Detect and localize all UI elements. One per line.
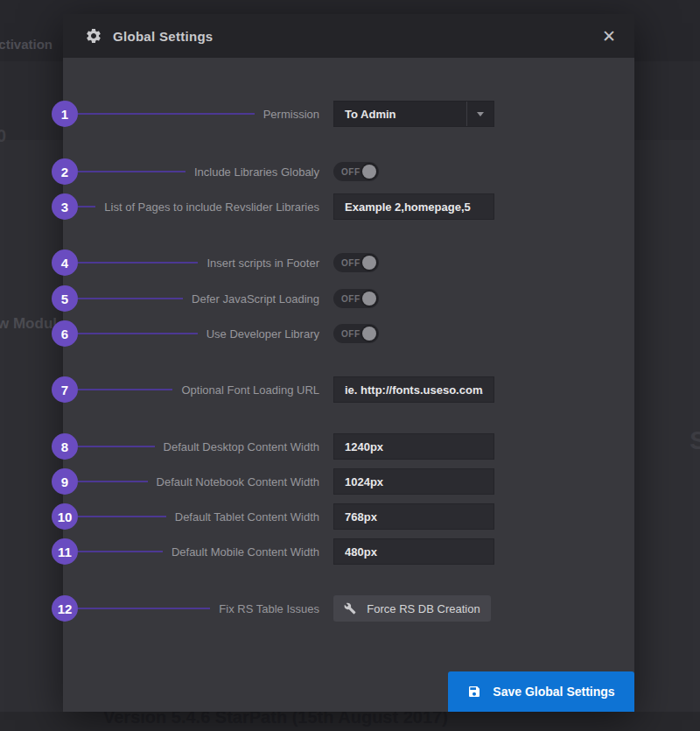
force-rs-db-creation-button[interactable]: Force RS DB Creation [333,595,491,622]
connector-line [78,389,172,390]
setting-row-notebook-width: 9 Default Notebook Content Width [63,468,634,495]
setting-label: Use Developer Library [206,327,319,341]
setting-label: Fix RS Table Issues [219,602,319,615]
setting-row-permission: 1 Permission To Admin [63,101,634,127]
toggle-knob [362,256,376,270]
setting-label: Defer JavaScript Loading [192,292,319,306]
setting-label: List of Pages to include Revslider Libra… [104,200,319,214]
connector-line [78,608,210,609]
setting-label: Optional Font Loading URL [181,383,319,397]
connector-line [78,298,183,299]
scripts-footer-toggle[interactable]: OFF [333,253,379,272]
connector-line [78,206,95,207]
background-module-text: w Modul [0,315,57,333]
permission-selected-value: To Admin [345,108,396,121]
step-badge-6: 6 [52,320,78,347]
gear-icon [85,27,102,45]
setting-row-desktop-width: 8 Default Desktop Content Width [63,433,634,460]
setting-label: Default Desktop Content Width [164,440,319,453]
setting-label: Include Libraries Globaly [194,165,319,179]
force-rs-db-creation-label: Force RS DB Creation [367,602,480,615]
setting-row-tablet-width: 10 Default Tablet Content Width [63,503,634,530]
setting-row-pages-list: 3 List of Pages to include Revslider Lib… [63,193,634,220]
connector-line [78,113,255,115]
background-activation-text: activation [0,37,52,52]
step-badge-11: 11 [52,538,78,565]
step-badge-4: 4 [52,250,78,276]
connector-line [78,262,198,264]
setting-label: Permission [263,108,319,121]
global-settings-modal: Global Settings ✕ 1 Permission To Admin … [63,14,634,712]
pages-list-input[interactable] [333,193,494,220]
step-badge-5: 5 [52,285,78,312]
mobile-width-input[interactable] [333,538,494,565]
save-global-settings-button[interactable]: Save Global Settings [448,671,634,712]
setting-row-mobile-width: 11 Default Mobile Content Width [63,538,634,565]
setting-label: Default Mobile Content Width [172,545,319,559]
defer-js-toggle[interactable]: OFF [333,289,379,308]
setting-label: Default Tablet Content Width [175,510,319,524]
step-badge-12: 12 [52,595,78,622]
step-badge-1: 1 [52,101,78,127]
connector-line [78,171,186,172]
setting-row-developer-library: 6 Use Developer Library OFF [63,320,634,347]
include-libraries-toggle[interactable]: OFF [333,162,379,181]
modal-header: Global Settings ✕ [63,14,634,58]
step-badge-8: 8 [52,433,78,460]
step-badge-7: 7 [52,376,78,403]
setting-label: Insert scripts in Footer [206,257,319,270]
step-badge-9: 9 [52,468,78,495]
save-global-settings-label: Save Global Settings [493,685,614,699]
step-badge-10: 10 [52,503,78,530]
toggle-state-label: OFF [341,294,360,304]
permission-select[interactable]: To Admin [333,101,494,127]
toggle-state-label: OFF [341,167,360,177]
setting-row-fix-rs-tables: 12 Fix RS Table Issues Force RS DB Creat… [63,595,634,622]
setting-row-scripts-footer: 4 Insert scripts in Footer OFF [63,250,634,276]
step-badge-2: 2 [52,158,78,185]
font-url-input[interactable] [333,376,494,403]
setting-label: Default Notebook Content Width [157,475,319,489]
developer-library-toggle[interactable]: OFF [333,324,379,343]
desktop-width-input[interactable] [333,433,494,460]
close-icon[interactable]: ✕ [594,14,624,58]
step-badge-3: 3 [52,193,78,220]
toggle-state-label: OFF [341,258,360,268]
modal-title: Global Settings [113,29,214,44]
connector-line [78,551,163,552]
toggle-state-label: OFF [341,329,360,339]
toggle-knob [362,292,376,306]
notebook-width-input[interactable] [333,468,494,495]
connector-line [78,446,155,447]
toggle-knob [362,165,376,179]
setting-row-include-libraries: 2 Include Libraries Globaly OFF [63,158,634,185]
chevron-down-icon[interactable] [466,102,494,126]
floppy-disk-icon [467,685,481,699]
toggle-knob [362,327,376,341]
setting-row-defer-js: 5 Defer JavaScript Loading OFF [63,285,634,312]
connector-line [78,333,198,334]
background-zero-text: 0 [0,126,6,146]
setting-row-font-url: 7 Optional Font Loading URL [63,376,634,403]
background-s-text: S [690,425,700,455]
connector-line [78,516,166,517]
connector-line [78,481,148,482]
tablet-width-input[interactable] [333,503,494,530]
wrench-icon [344,602,356,615]
